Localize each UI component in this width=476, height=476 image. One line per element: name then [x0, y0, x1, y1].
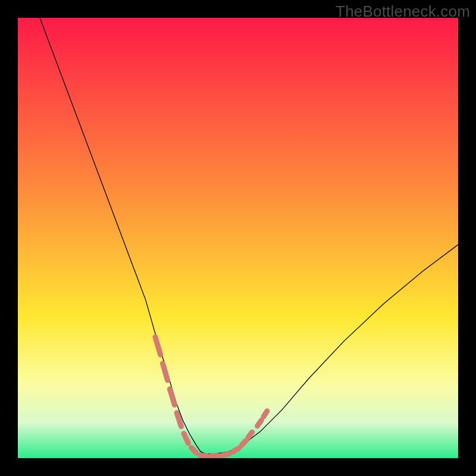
chart-svg [18, 18, 458, 458]
chart-frame: TheBottleneck.com [0, 0, 476, 476]
highlight-dash [264, 411, 267, 417]
highlight-dash [242, 440, 246, 445]
highlight-dash [192, 447, 196, 453]
highlight-dash [222, 454, 229, 456]
highlight-dash [233, 448, 239, 452]
chart-background [18, 18, 458, 458]
chart-plot [18, 18, 458, 458]
highlight-dash [258, 420, 262, 426]
highlight-dash [248, 432, 252, 437]
highlight-dash [200, 456, 207, 456]
